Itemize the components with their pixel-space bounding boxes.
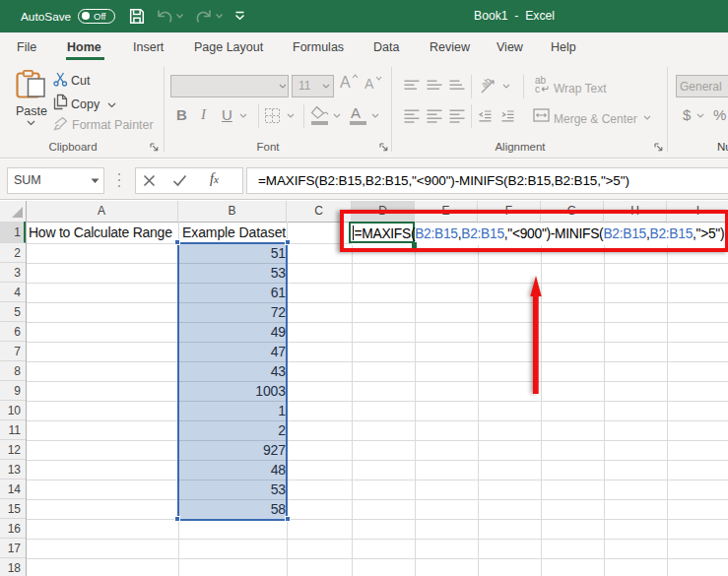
svg-text:ab: ab	[479, 76, 493, 90]
svg-text:c: c	[535, 84, 540, 94]
